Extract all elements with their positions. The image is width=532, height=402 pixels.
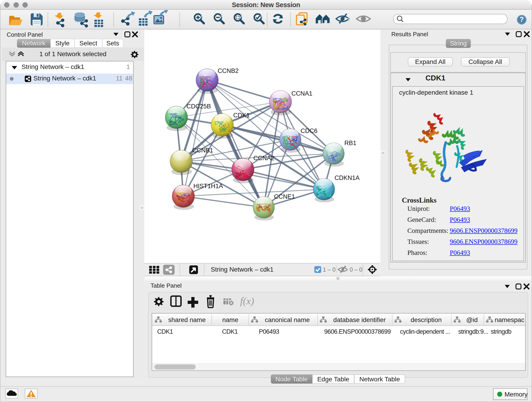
- svg-text:f(x): f(x): [240, 295, 254, 307]
- svg-text:CDC25B: CDC25B: [186, 103, 211, 110]
- svg-text:CCNE1: CCNE1: [274, 193, 295, 200]
- svg-text:CCNB2: CCNB2: [218, 67, 239, 74]
- svg-text:HIST1H1A: HIST1H1A: [193, 183, 223, 190]
- svg-text:CDK1: CDK1: [233, 112, 250, 119]
- svg-text:canonical name: canonical name: [265, 316, 310, 323]
- svg-text:@id: @id: [466, 316, 478, 323]
- svg-text:shared name: shared name: [168, 316, 206, 323]
- svg-text:CDKN1A: CDKN1A: [335, 174, 360, 181]
- svg-text:description: description: [411, 316, 442, 323]
- svg-text:0 – 0: 0 – 0: [350, 266, 362, 273]
- svg-text:namespac: namespac: [495, 316, 524, 323]
- svg-text:database identifier: database identifier: [333, 316, 386, 323]
- svg-text:RB1: RB1: [344, 140, 356, 147]
- svg-text:1 – 0: 1 – 0: [323, 266, 336, 273]
- svg-text:CCNA2: CCNA2: [253, 155, 274, 162]
- svg-text:name: name: [222, 316, 238, 323]
- svg-text:CCNA1: CCNA1: [291, 90, 312, 97]
- svg-text:CDC6: CDC6: [301, 128, 317, 134]
- svg-text:CCNB1: CCNB1: [192, 147, 213, 154]
